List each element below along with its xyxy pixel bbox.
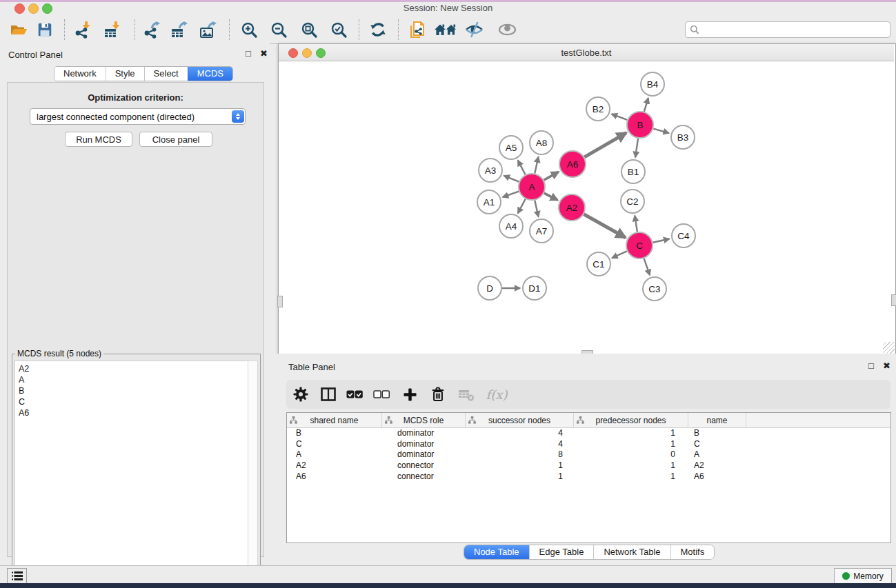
toggle-graphics-details-button[interactable] <box>462 19 486 41</box>
edge-C-C2[interactable] <box>635 216 637 232</box>
edge-C-C3[interactable] <box>644 258 650 275</box>
edge-A2-C[interactable] <box>584 214 626 238</box>
table-row[interactable]: A2connector11A2 <box>287 460 890 472</box>
edge-A-A3[interactable] <box>504 176 519 182</box>
column-header-mcds-role[interactable]: MCDS role <box>382 413 466 427</box>
table-cell-predecessor-nodes[interactable]: 1 <box>572 460 686 472</box>
table-row[interactable]: Adominator80A <box>287 449 890 460</box>
table-cell-shared-name[interactable]: A6 <box>287 472 381 483</box>
float-table-panel-icon[interactable]: □ <box>868 361 874 371</box>
node-B4[interactable]: B4 <box>641 72 664 96</box>
node-A4[interactable]: A4 <box>499 214 523 238</box>
select-all-columns-button[interactable] <box>341 383 368 405</box>
table-cell-mcds-role[interactable]: dominator <box>381 449 464 460</box>
node-A1[interactable]: A1 <box>477 190 501 214</box>
splitter-handle-left[interactable] <box>277 296 283 307</box>
edge-A-A5[interactable] <box>518 161 526 175</box>
mcds-result-item[interactable]: B <box>19 385 248 396</box>
close-panel-icon[interactable]: ✖ <box>260 48 268 59</box>
home-button[interactable] <box>432 19 459 41</box>
edge-A-A1[interactable] <box>503 192 519 197</box>
tab-edge-table[interactable]: Edge Table <box>529 545 594 559</box>
tab-mcds[interactable]: MCDS <box>188 67 232 81</box>
save-session-button[interactable] <box>33 19 57 41</box>
memory-button[interactable]: Memory <box>834 568 892 584</box>
zoom-fit-button[interactable] <box>297 19 321 41</box>
table-cell-name[interactable]: A <box>686 449 743 460</box>
table-cell-mcds-role[interactable]: connector <box>381 472 464 483</box>
mcds-result-list[interactable]: A2ABCA6 <box>14 361 249 578</box>
export-image-button[interactable] <box>197 19 220 41</box>
node-C2[interactable]: C2 <box>621 190 644 213</box>
column-header-shared-name[interactable]: shared name <box>287 413 382 427</box>
table-cell-shared-name[interactable]: A <box>287 449 381 460</box>
deselect-all-columns-button[interactable] <box>368 383 395 405</box>
edge-B-B2[interactable] <box>612 114 628 120</box>
show-column-panel-button[interactable] <box>315 383 341 405</box>
node-table[interactable]: shared name MCDS role successor nodes pr… <box>286 412 891 543</box>
table-cell-name[interactable]: A6 <box>686 472 743 483</box>
table-settings-button[interactable] <box>286 383 315 405</box>
table-cell-shared-name[interactable]: A2 <box>287 460 381 472</box>
task-history-button[interactable] <box>7 568 27 584</box>
apply-layout-button[interactable] <box>366 19 390 41</box>
mcds-result-item[interactable]: C <box>19 396 248 407</box>
node-B3[interactable]: B3 <box>671 125 695 149</box>
table-cell-shared-name[interactable]: B <box>287 428 381 439</box>
network-canvas[interactable]: B4B2BB3A8A5A6A3B1AA1C2A2A4A7C4CC1C3DD1 <box>279 61 894 353</box>
search-input[interactable] <box>702 23 890 37</box>
criterion-dropdown[interactable]: largest connected component (directed) <box>30 108 246 125</box>
tab-style[interactable]: Style <box>106 67 144 81</box>
table-row[interactable]: Cdominator41C <box>287 439 890 450</box>
edge-B-B3[interactable] <box>653 129 669 134</box>
node-C3[interactable]: C3 <box>643 277 666 301</box>
table-row[interactable]: Bdominator41B <box>287 428 890 439</box>
splitter-handle-right[interactable] <box>891 294 896 306</box>
window-resize-grip[interactable] <box>883 342 895 354</box>
table-cell-name[interactable]: B <box>686 428 743 439</box>
column-header-predecessor-nodes[interactable]: predecessor nodes <box>574 413 688 427</box>
node-A[interactable]: A <box>519 174 545 200</box>
float-panel-icon[interactable]: □ <box>246 48 251 59</box>
copy-network-button[interactable] <box>406 19 429 41</box>
table-cell-successor-nodes[interactable]: 8 <box>464 449 572 460</box>
table-cell-mcds-role[interactable]: connector <box>381 460 464 472</box>
mcds-result-item[interactable]: A6 <box>19 407 248 418</box>
table-row[interactable]: A6connector11A6 <box>287 472 890 483</box>
edge-B-B1[interactable] <box>635 139 638 157</box>
edge-A-A8[interactable] <box>535 157 538 174</box>
zoom-selected-button[interactable] <box>327 19 350 41</box>
run-mcds-button[interactable]: Run MCDS <box>65 132 132 147</box>
table-cell-successor-nodes[interactable]: 4 <box>464 428 572 439</box>
zoom-in-button[interactable] <box>237 19 261 41</box>
table-cell-mcds-role[interactable]: dominator <box>381 428 464 439</box>
open-session-button[interactable] <box>7 19 30 41</box>
node-A7[interactable]: A7 <box>530 219 553 243</box>
table-cell-predecessor-nodes[interactable]: 0 <box>572 449 686 460</box>
table-cell-predecessor-nodes[interactable]: 1 <box>572 472 686 483</box>
table-cell-shared-name[interactable]: C <box>287 439 381 450</box>
tab-node-table[interactable]: Node Table <box>464 545 529 559</box>
node-A6[interactable]: A6 <box>559 151 586 177</box>
node-A5[interactable]: A5 <box>499 136 523 159</box>
export-network-button[interactable] <box>140 19 163 41</box>
search-field[interactable] <box>685 21 890 38</box>
table-cell-successor-nodes[interactable]: 4 <box>464 439 572 450</box>
node-B[interactable]: B <box>627 112 653 138</box>
table-cell-name[interactable]: C <box>686 439 743 450</box>
edge-A-A2[interactable] <box>544 193 558 200</box>
tab-network[interactable]: Network <box>54 67 106 81</box>
close-table-panel-icon[interactable]: ✖ <box>883 361 890 371</box>
edge-A-A6[interactable] <box>544 172 558 180</box>
edge-A6-B[interactable] <box>584 133 626 157</box>
table-cell-name[interactable]: A2 <box>686 460 743 472</box>
node-B1[interactable]: B1 <box>621 160 645 183</box>
tab-select[interactable]: Select <box>144 67 188 81</box>
node-C4[interactable]: C4 <box>672 224 695 247</box>
zoom-out-button[interactable] <box>267 19 290 41</box>
node-A8[interactable]: A8 <box>530 131 553 154</box>
node-B2[interactable]: B2 <box>586 97 610 121</box>
edge-C-C1[interactable] <box>612 251 627 258</box>
column-header-successor-nodes[interactable]: successor nodes <box>466 413 574 427</box>
table-cell-predecessor-nodes[interactable]: 1 <box>572 439 686 450</box>
